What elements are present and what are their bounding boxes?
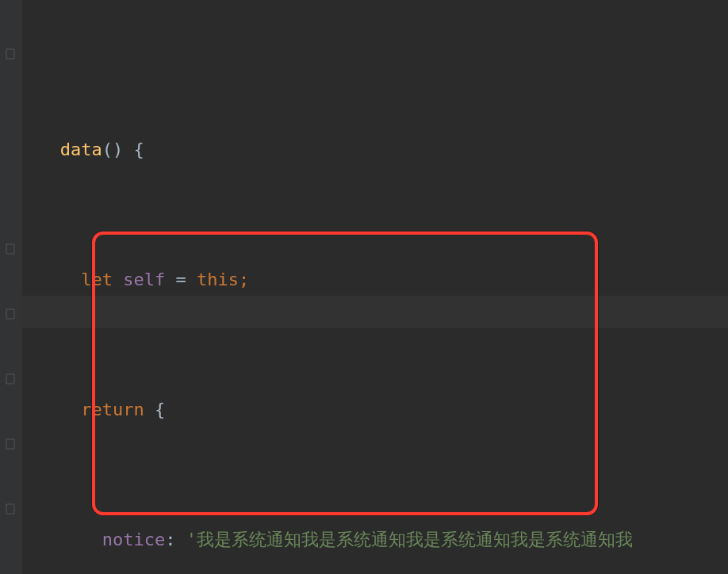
active-line-highlight (22, 296, 728, 328)
code-line: let self = this; (29, 263, 728, 296)
string-literal: '我是系统通知我是系统通知我是系统通知我是系统通知我 (186, 530, 633, 549)
code-line: notice: '我是系统通知我是系统通知我是系统通知我是系统通知我 (29, 523, 728, 556)
editor-gutter (0, 0, 22, 574)
keyword-return: return (81, 400, 144, 419)
gutter-mark-icon (4, 304, 17, 317)
keyword-this: this (197, 270, 239, 289)
identifier: self (123, 270, 165, 289)
gutter-mark-icon (4, 44, 17, 57)
gutter-mark-icon (4, 369, 17, 382)
code-editor[interactable]: data() { let self = this; return { notic… (0, 0, 728, 574)
code-line: data() { (29, 133, 728, 166)
code-line: return { (29, 393, 728, 426)
gutter-mark-icon (4, 434, 17, 447)
gutter-mark-icon (4, 499, 17, 512)
property-key: notice (102, 530, 165, 549)
method-name: data (60, 140, 102, 159)
keyword-let: let (81, 270, 113, 289)
gutter-mark-icon (4, 239, 17, 252)
code-content[interactable]: data() { let self = this; return { notic… (22, 0, 728, 574)
